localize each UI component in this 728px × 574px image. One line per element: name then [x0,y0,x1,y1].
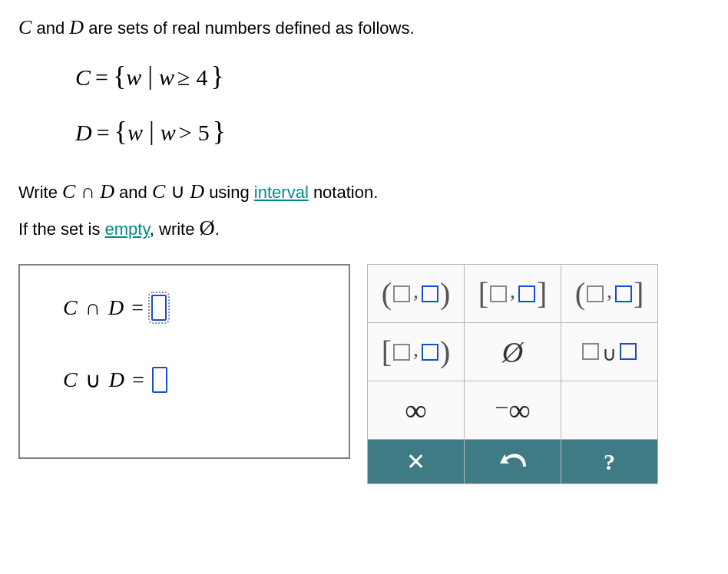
instr-text: . [215,219,220,239]
union-input[interactable] [152,367,167,393]
open-brace: { [114,115,127,147]
palette-empty-cell [561,381,658,440]
set-d-definition: D = { w | w > 5 } [75,117,710,149]
answer-d: D [108,295,124,320]
c-sym: C [152,180,165,203]
c-sym: C [62,180,75,203]
answer-area: C ∩ D = C ∪ D = (,) [,] (,] [18,264,710,484]
set-d-var2: w [160,120,176,146]
set-builder-bar: | [141,61,159,91]
emptyset-icon: Ø [502,336,523,368]
empty-link[interactable]: empty [105,219,150,239]
intersection-input[interactable] [151,295,167,321]
set-c-name: C [18,16,31,38]
equals: = [92,120,114,146]
palette-open-open[interactable]: (,) [368,265,465,323]
instr-text: and [114,183,152,202]
answer-d: D [109,368,124,392]
union-op: ∪ [78,368,109,393]
set-builder-bar: | [143,117,160,146]
close-icon: ✕ [406,449,425,474]
d-sym: D [100,180,114,203]
equals: = [124,368,152,392]
intro-and: and [31,18,69,38]
intro-rest: are sets of real numbers defined as foll… [84,18,414,38]
problem-intro: C and D are sets of real numbers defined… [18,14,710,41]
set-c-relation: ≥ [174,64,193,91]
set-d-label: D [75,120,92,146]
undo-button[interactable] [465,440,561,484]
instr-text: , write [150,219,200,239]
equals: = [91,64,113,91]
set-c-var2: w [159,64,174,91]
set-c-var1: w [126,64,141,91]
set-d-relation: > [176,120,195,146]
d-sym: D [190,180,204,203]
palette-neg-infinity[interactable]: −∞ [465,381,561,440]
symbol-palette: (,) [,] (,] [,) Ø ∪ ∞ −∞ [367,264,658,484]
set-definitions: C = { w | w ≥ 4 } D = { w | w > 5 } [75,61,710,149]
instructions: Write C ∩ D and C ∪ D using interval not… [18,175,710,246]
set-c-value: 4 [194,64,211,91]
close-brace: } [211,60,224,92]
answer-box: C ∩ D = C ∪ D = [18,264,350,459]
undo-icon [500,449,526,474]
palette-emptyset[interactable]: Ø [465,323,561,381]
open-brace: { [113,60,126,92]
instr-text: Write [18,183,62,202]
instr-text: If the set is [18,219,105,239]
interval-link[interactable]: interval [254,183,309,202]
palette-union[interactable]: ∪ [561,323,658,381]
clear-button[interactable]: ✕ [368,440,465,484]
help-button[interactable]: ? [561,440,658,484]
emptyset-symbol: Ø [200,209,215,246]
palette-open-closed[interactable]: (,] [561,265,658,323]
set-c-definition: C = { w | w ≥ 4 } [75,61,710,94]
intersection-op: ∩ [78,295,108,320]
answer-c: C [63,368,78,392]
palette-closed-closed[interactable]: [,] [465,265,561,323]
palette-infinity[interactable]: ∞ [368,381,465,440]
answer-c: C [63,295,78,320]
instr-text: notation. [309,183,379,202]
intersection-row: C ∩ D = [63,295,349,321]
instruction-line2: If the set is empty, write Ø. [18,209,710,246]
help-icon: ? [604,449,615,474]
palette-closed-open[interactable]: [,) [368,323,465,381]
set-d-value: 5 [195,120,213,146]
equals: = [124,295,151,320]
instr-text: using [204,183,254,202]
union-row: C ∪ D = [63,367,349,393]
set-d-var1: w [127,120,143,146]
set-c-label: C [75,64,91,91]
set-d-name: D [69,16,84,38]
close-brace: } [213,115,226,147]
instruction-line1: Write C ∩ D and C ∪ D using interval not… [18,175,710,209]
infinity-icon: ∞ [405,393,427,427]
infinity-icon: ∞ [508,392,531,428]
